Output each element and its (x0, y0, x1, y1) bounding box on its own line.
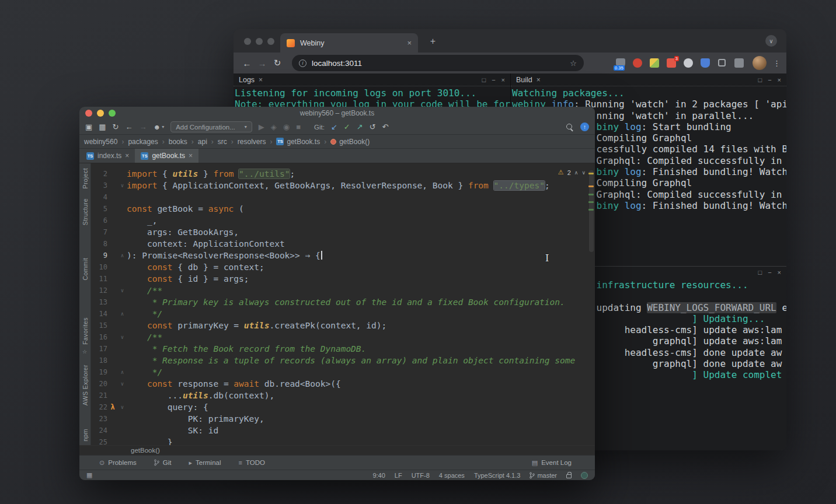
breadcrumb-item[interactable]: ›webiny560 (84, 138, 117, 146)
breadcrumb-item[interactable]: ›api (187, 138, 207, 146)
extension-icon[interactable]: 3 (666, 58, 677, 68)
run-icon[interactable]: ▶ (259, 123, 264, 131)
search-everywhere-icon[interactable] (566, 123, 574, 131)
breadcrumb-item[interactable]: ›src (207, 138, 227, 146)
status-indicator-icon[interactable] (581, 472, 588, 479)
navigate-forward-icon[interactable]: → (140, 123, 147, 131)
line-separator[interactable]: LF (395, 472, 402, 479)
scroll-warning-mark[interactable] (588, 173, 594, 174)
git-branch-widget[interactable]: master (530, 472, 557, 479)
breadcrumb-item[interactable]: ›packages (117, 138, 158, 146)
ide-update-icon[interactable]: ↑ (580, 123, 589, 131)
profile-avatar[interactable] (753, 56, 767, 70)
tool-window-stripe-button[interactable]: Project (82, 168, 89, 188)
breadcrumb-scope[interactable]: getBook() (131, 447, 160, 454)
browser-tab[interactable]: Webiny × (280, 33, 418, 52)
save-all-icon[interactable]: ▦ (99, 123, 106, 131)
minimize-panel-icon[interactable]: − (492, 76, 495, 83)
minimize-window-button[interactable] (256, 38, 263, 45)
minimize-panel-icon[interactable]: − (768, 76, 771, 83)
extension-icon[interactable] (734, 58, 744, 68)
problems-tool-button[interactable]: ⊙Problems (99, 459, 137, 467)
fold-marker-icon[interactable]: ∧ (118, 250, 127, 261)
open-project-icon[interactable]: ▣ (85, 123, 92, 131)
close-tab-icon[interactable]: × (125, 152, 129, 160)
close-window-button[interactable] (244, 38, 251, 45)
extension-icon[interactable] (649, 58, 660, 68)
tool-window-stripe-button[interactable]: npm (82, 429, 89, 442)
todo-tool-button[interactable]: ≡TODO (239, 459, 265, 466)
fold-marker-icon[interactable]: ∧ (118, 366, 127, 378)
fold-marker-icon[interactable]: ∧ (118, 308, 127, 320)
close-tab-icon[interactable]: × (407, 38, 412, 47)
ide-title-bar[interactable]: webiny560 – getBook.ts (79, 107, 595, 120)
run-configuration-select[interactable]: Add Configuration...▾ (170, 121, 252, 132)
extension-icon[interactable] (700, 58, 710, 68)
terminal-tool-button[interactable]: ▸Terminal (189, 459, 221, 467)
browser-chevron-button[interactable]: ∨ (765, 35, 777, 47)
close-panel-icon[interactable]: × (501, 76, 505, 83)
lock-icon[interactable] (566, 474, 572, 478)
editor[interactable]: 2import { utils } from "../utils";3∨impo… (91, 163, 595, 445)
tool-window-stripe-button[interactable]: Favorites (82, 317, 89, 345)
close-panel-icon[interactable]: × (778, 269, 781, 276)
editor-scrollbar[interactable] (589, 170, 594, 252)
close-build-tab-icon[interactable]: × (537, 76, 541, 84)
logs-tab-label[interactable]: Logs (239, 76, 255, 84)
breadcrumb-item[interactable]: ›getBook() (320, 138, 370, 146)
tool-window-stripe-button[interactable]: Commit (82, 258, 89, 281)
breadcrumb-item[interactable]: ›getBook.ts (266, 138, 320, 146)
next-warning-icon[interactable]: ∨ (581, 170, 586, 176)
extension-icon[interactable] (717, 58, 727, 68)
site-info-icon[interactable]: i (299, 60, 306, 67)
scroll-warning-mark[interactable] (588, 186, 594, 187)
scroll-change-mark[interactable] (588, 194, 594, 195)
float-panel-icon[interactable]: □ (482, 76, 486, 83)
reload-button[interactable]: ↻ (270, 55, 285, 71)
inspections-widget[interactable]: ⚠ 2 ∧ ∨ (558, 169, 586, 176)
fold-marker-icon[interactable]: ∨ (118, 331, 127, 343)
breadcrumb-item[interactable]: ›resolvers (227, 138, 266, 146)
indent-style[interactable]: 4 spaces (439, 472, 465, 479)
git-rollback-icon[interactable]: ↺ (370, 123, 376, 131)
typescript-version[interactable]: TypeScript 4.1.3 (474, 472, 521, 479)
file-encoding[interactable]: UTF-8 (412, 472, 430, 479)
profiler-icon[interactable]: ◉ (283, 123, 290, 131)
fold-marker-icon[interactable]: ∨ (118, 180, 127, 191)
navigate-back-icon[interactable]: ← (126, 123, 133, 131)
zoom-window-button[interactable] (267, 38, 274, 45)
breadcrumb-item[interactable]: ›books (158, 138, 187, 146)
tool-window-stripe-button[interactable]: AWS Explorer (82, 365, 89, 405)
back-button[interactable]: ← (239, 55, 255, 71)
git-commit-icon[interactable]: ✓ (344, 123, 350, 131)
sync-icon[interactable]: ↻ (113, 123, 119, 131)
editor-tab[interactable]: index.ts× (81, 149, 135, 163)
scroll-change-mark[interactable] (588, 201, 594, 203)
git-history-icon[interactable]: ↶ (382, 123, 389, 131)
tool-window-switcher-icon[interactable]: ▦ (86, 471, 92, 479)
address-bar[interactable]: i localhost:3011 ☆ (292, 55, 584, 71)
minimize-panel-icon[interactable]: − (768, 269, 771, 276)
float-panel-icon[interactable]: □ (758, 269, 762, 276)
editor-tab[interactable]: getBook.ts× (135, 149, 198, 163)
fold-marker-icon[interactable]: ∨ (118, 285, 127, 296)
git-push-icon[interactable]: ↗ (357, 123, 363, 131)
stop-icon[interactable]: ■ (296, 123, 301, 131)
run-with-profile-icon[interactable]: ☻▾ (154, 123, 165, 131)
forward-button[interactable]: → (255, 55, 270, 71)
caret-position[interactable]: 9:40 (372, 472, 385, 479)
git-tool-button[interactable]: Git (154, 459, 172, 466)
event-log-button[interactable]: ▤Event Log (532, 459, 572, 467)
close-logs-tab-icon[interactable]: × (259, 76, 263, 84)
extension-icon[interactable]: 0.35 (615, 58, 626, 68)
bookmark-star-icon[interactable]: ☆ (570, 59, 577, 68)
new-tab-button[interactable]: + (427, 36, 438, 47)
close-tab-icon[interactable]: × (189, 152, 193, 160)
git-update-icon[interactable]: ↙ (331, 123, 337, 131)
extension-icon[interactable] (683, 58, 694, 68)
fold-marker-icon[interactable]: ∨ (118, 378, 127, 390)
tool-window-stripe-button[interactable]: Structure (82, 198, 89, 225)
fold-marker-icon[interactable]: ∨ (118, 401, 127, 413)
coverage-icon[interactable]: ◈ (271, 123, 277, 131)
previous-warning-icon[interactable]: ∧ (574, 170, 579, 176)
